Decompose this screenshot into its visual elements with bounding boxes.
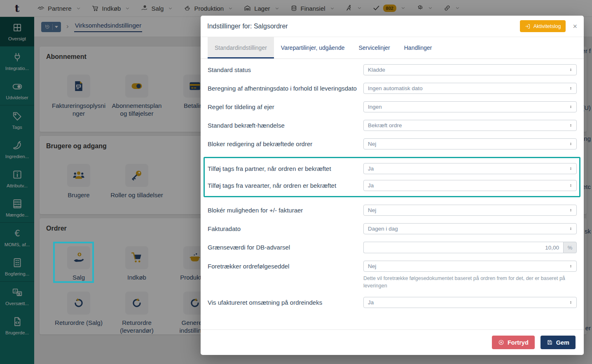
settings-row-standard-bekræft-hændelse: Standard bekræft-hændelseBekræft ordre [208,120,577,131]
select-beregning-af-afhentningsdato-i-forhold-til-leveringsdato[interactable]: Ingen automatisk dato [363,83,577,94]
select-value: Ingen automatisk dato [368,85,423,91]
modal-title: Indstillinger for: Salgsordrer [207,23,288,30]
field-label: Fakturadato [208,223,361,233]
select-regel-for-tildeling-af-ejer[interactable]: Ingen [363,101,577,112]
field-label: Foretrækker ordrefølgeseddel [208,261,361,271]
settings-row-fakturadato: FakturadatoDagen i dag [208,223,577,234]
cancel-button[interactable]: Fortryd [492,336,535,349]
select-fakturadato[interactable]: Dagen i dag [363,223,577,234]
select-standard-bekræft-hændelse[interactable]: Bekræft ordre [363,120,577,131]
settings-row-tilføj-tags-fra-varearter-når-ordren-er-bekræftet: Tilføj tags fra varearter, når ordren er… [208,180,577,191]
field-label: Vis ufaktureret omsætning på ordreindeks [208,297,361,307]
updown-icon [569,208,573,213]
updown-icon [569,67,573,72]
field-label: Beregning af afhentningsdato i forhold t… [208,83,361,93]
sales-order-settings-modal: Indstillinger for: Salgsordrer Aktivitet… [201,16,584,355]
settings-row-regel-for-tildeling-af-ejer: Regel for tildeling af ejerIngen [208,101,577,112]
activity-log-button[interactable]: Aktivitetslog [520,20,566,32]
settings-row-tilføj-tags-fra-partner-når-ordren-er-bekræftet: Tilføj tags fra partner, når ordren er b… [208,163,577,174]
field-label: Tilføj tags fra partner, når ordren er b… [208,163,361,173]
select-vis-ufaktureret-omsætning-på-ordreindeks[interactable]: Ja [363,297,577,308]
settings-row-standard-status: Standard statusKladde [208,64,577,75]
select-foretrækker-ordrefølgeseddel[interactable]: Nej [363,261,577,272]
select-value: Nej [368,263,376,269]
settings-row-vis-ufaktureret-omsætning-på-ordreindeks: Vis ufaktureret omsætning på ordreindeks… [208,297,577,308]
updown-icon [569,226,573,231]
updown-icon [569,264,573,269]
field-help-text: Dette vil foretrække følgesedokumentet b… [363,275,577,289]
updown-icon [569,300,573,305]
select-value: Ingen [368,104,382,110]
modal-header: Indstillinger for: Salgsordrer Aktivitet… [201,16,584,37]
highlighted-settings-group: Tilføj tags fra partner, når ordren er b… [204,157,580,197]
select-value: Ja [368,299,374,306]
settings-row-blok-r-muligheden-for-fakturaer: Blokér muligheden for +/- fakturaerNej [208,205,577,216]
settings-row-beregning-af-afhentningsdato-i-forhold-til-leveringsdato: Beregning af afhentningsdato i forhold t… [208,83,577,94]
modal-tab-bar: StandardindstillingerVarepartilinjer, ud… [201,37,584,59]
select-value: Nej [368,207,376,213]
field-label: Blokér muligheden for +/- fakturaer [208,205,361,215]
settings-row-bloker-redigering-af-bekræftede-ordrer: Bloker redigering af bekræftede ordrerNe… [208,138,577,149]
select-value: Nej [368,141,376,147]
select-tilføj-tags-fra-varearter-når-ordren-er-bekræftet[interactable]: Ja [363,180,577,191]
select-value: Dagen i dag [368,226,398,232]
circle-x-icon [498,339,504,345]
modal-footer: Fortryd Gem [201,329,584,355]
select-value: Kladde [368,67,385,73]
field-label: Standard bekræft-hændelse [208,120,361,130]
updown-icon [569,123,573,128]
tab-standardindstillinger[interactable]: Standardindstillinger [208,37,274,58]
modal-body: Standard statusKladdeBeregning af afhent… [201,59,584,329]
field-label: Regel for tildeling af ejer [208,101,361,111]
select-tilføj-tags-fra-partner-når-ordren-er-bekræftet[interactable]: Ja [363,163,577,174]
percent-addon: % [563,242,577,253]
number-input-grænseværdi-for-db-advarsel[interactable]: 10,00 [363,242,563,253]
select-value: Ja [368,182,374,189]
input-group: 10,00% [363,242,577,253]
field-label: Standard status [208,64,361,74]
tab-servicelinjer[interactable]: Servicelinjer [352,37,397,58]
updown-icon [569,141,573,147]
close-icon[interactable]: × [573,23,577,30]
select-bloker-redigering-af-bekræftede-ordrer[interactable]: Nej [363,138,577,149]
tab-varepartilinjer-udgående[interactable]: Varepartilinjer, udgående [274,37,352,58]
settings-row-grænseværdi-for-db-advarsel: Grænseværdi for DB-advarsel10,00% [208,242,577,253]
activity-log-label: Aktivitetslog [534,23,561,29]
select-standard-status[interactable]: Kladde [363,64,577,75]
select-value: Bekræft ordre [368,122,402,128]
updown-icon [569,166,573,171]
floppy-disk-icon [547,339,553,345]
save-button[interactable]: Gem [541,336,576,349]
field-label: Bloker redigering af bekræftede ordrer [208,138,361,148]
field-label: Tilføj tags fra varearter, når ordren er… [208,180,361,190]
settings-row-foretrækker-ordrefølgeseddel: Foretrækker ordrefølgeseddelNejDette vil… [208,261,577,289]
updown-icon [569,86,573,91]
activity-log-icon [525,23,531,29]
updown-icon [569,183,573,188]
field-label: Grænseværdi for DB-advarsel [208,242,361,252]
select-blok-r-muligheden-for-fakturaer[interactable]: Nej [363,205,577,216]
updown-icon [569,104,573,110]
tab-handlinger[interactable]: Handlinger [397,37,439,58]
select-value: Ja [368,166,374,172]
